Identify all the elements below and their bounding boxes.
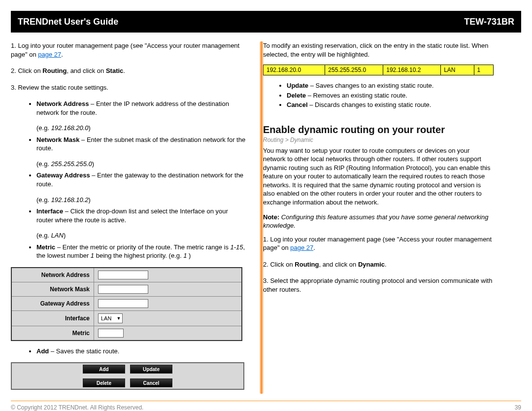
op-delete: Delete – Removes an existing static rout… [287,91,494,100]
footer-copyright: © Copyright 2012 TRENDnet. All Rights Re… [11,404,143,411]
form-label-gateway-address: Gateway Address [11,296,94,310]
dynamic-note: Note: Configuring this feature assumes t… [263,213,494,230]
breadcrumb: Routing > Dynamic [263,137,494,143]
dstep1: 1. Log into your router management page … [263,235,494,252]
metric-input[interactable] [98,329,124,338]
left-column: 1. Log into your router management page … [11,41,252,394]
column-divider [260,41,264,394]
header-model: TEW-731BR [464,17,514,27]
eg-interface: (e.g. LAN) [11,231,246,240]
page27-link-2[interactable]: page 27 [290,244,313,251]
step1: 1. Log into your router management page … [11,41,246,59]
footer: © Copyright 2012 TRENDnet. All Rights Re… [11,401,521,411]
section-title-dynamic-routing: Enable dynamic routing on your router [263,124,494,136]
hilite-interface: LAN [441,65,474,75]
network-address-input[interactable] [98,271,148,279]
header-bar: TRENDnet User's Guide TEW-731BR [11,11,521,33]
settings-bullets: Network Address – Enter the IP network a… [11,100,246,117]
bullet-gateway-address: Gateway Address – Enter the gateway to t… [36,171,246,188]
step3: 3. Review the static route settings. [11,83,246,92]
network-mask-input[interactable] [98,285,148,294]
hilite-mask: 255.255.255.0 [325,65,383,75]
dynamic-para: You may want to setup your router to rou… [263,146,494,207]
cancel-button[interactable]: Cancel [130,378,172,387]
right-column: To modify an existing reservation, click… [252,41,494,394]
bullet-add: Add – Saves the static route. [36,347,246,356]
static-route-form: Network Address Network Mask Gateway Add… [11,267,242,341]
step2: 2. Click on Routing, and click on Static… [11,67,246,75]
chevron-down-icon: ▼ [116,316,121,321]
modify-intro: To modify an existing reservation, click… [263,41,494,59]
hilite-network: 192.168.20.0 [264,65,325,75]
delete-button[interactable]: Delete [83,378,125,387]
op-cancel: Cancel – Discards changes to existing st… [287,101,494,109]
eg-network-mask: (e.g. 255.255.255.0) [11,160,246,169]
form-label-network-mask: Network Mask [11,282,94,296]
dstep2: 2. Click on Routing, and click on Dynami… [263,260,494,269]
bullet-network-address: Network Address – Enter the IP network a… [36,100,246,117]
bullet-network-mask: Network Mask – Enter the subnet mask of … [36,136,246,153]
form-label-interface: Interface [11,310,94,326]
dstep3: 3. Select the appropriate dynamic routin… [263,276,494,294]
hilite-metric: 1 [474,65,493,75]
op-update: Update – Saves changes to an existing st… [287,81,494,90]
ops-bullets: Update – Saves changes to an existing st… [263,81,494,109]
eg-gateway-address: (e.g. 192.168.10.2) [11,196,246,205]
form-label-network-address: Network Address [11,268,94,282]
bullet-metric: Metric – Enter the metric or priority of… [36,243,246,260]
header-title: TRENDnet User's Guide [18,17,118,27]
form-buttons: Add Update Delete Cancel [11,362,244,390]
eg-network-address: (e.g. 192.168.20.0) [11,124,246,133]
form-label-metric: Metric [11,326,94,341]
bullet-interface: Interface – Click the drop-down list and… [36,207,246,224]
interface-select[interactable]: LAN▼ [98,313,123,323]
hilite-gateway: 192.168.10.2 [383,65,441,75]
highlighted-route-row[interactable]: 192.168.20.0 255.255.255.0 192.168.10.2 … [263,65,494,75]
update-button[interactable]: Update [130,365,172,374]
add-button[interactable]: Add [83,365,125,374]
gateway-address-input[interactable] [98,299,148,308]
footer-page-number: 39 [515,404,521,411]
page27-link[interactable]: page 27 [38,51,61,58]
